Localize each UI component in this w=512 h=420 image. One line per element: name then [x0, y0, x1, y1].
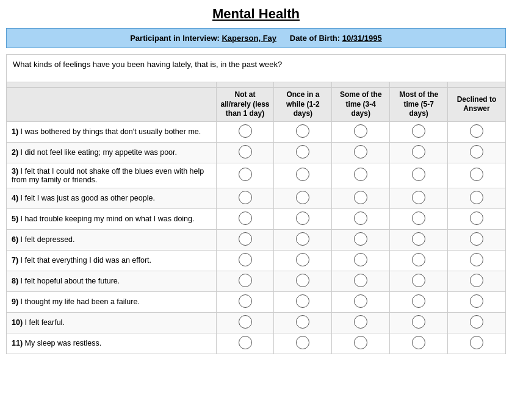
radio-cell-8-4[interactable]	[390, 271, 448, 291]
radio-circle-8-3[interactable]	[354, 274, 367, 287]
radio-cell-10-3[interactable]	[332, 312, 390, 333]
radio-cell-3-5[interactable]	[448, 163, 506, 188]
radio-circle-9-2[interactable]	[296, 294, 309, 308]
radio-cell-1-1[interactable]	[216, 121, 274, 142]
radio-cell-2-2[interactable]	[274, 142, 332, 163]
radio-circle-8-1[interactable]	[239, 274, 252, 287]
radio-cell-8-2[interactable]	[274, 271, 332, 291]
radio-circle-3-1[interactable]	[239, 168, 252, 181]
radio-circle-8-2[interactable]	[296, 274, 309, 287]
radio-circle-5-4[interactable]	[412, 212, 425, 225]
radio-circle-1-4[interactable]	[412, 124, 425, 138]
radio-cell-7-5[interactable]	[448, 250, 506, 271]
radio-cell-2-5[interactable]	[448, 142, 506, 163]
radio-cell-10-1[interactable]	[216, 312, 274, 333]
radio-cell-1-2[interactable]	[274, 121, 332, 142]
radio-circle-4-5[interactable]	[470, 191, 483, 204]
radio-cell-5-3[interactable]	[332, 208, 390, 229]
radio-circle-11-3[interactable]	[354, 336, 367, 349]
radio-cell-5-4[interactable]	[390, 208, 448, 229]
radio-circle-5-3[interactable]	[354, 212, 367, 225]
radio-circle-6-2[interactable]	[296, 232, 309, 246]
radio-circle-1-5[interactable]	[470, 124, 483, 138]
radio-circle-9-5[interactable]	[470, 294, 483, 308]
radio-cell-4-1[interactable]	[216, 188, 274, 208]
radio-cell-2-4[interactable]	[390, 142, 448, 163]
radio-cell-9-3[interactable]	[332, 291, 390, 312]
radio-cell-1-5[interactable]	[448, 121, 506, 142]
radio-cell-10-4[interactable]	[390, 312, 448, 333]
radio-circle-4-2[interactable]	[296, 191, 309, 204]
radio-cell-8-5[interactable]	[448, 271, 506, 291]
radio-cell-6-2[interactable]	[274, 229, 332, 250]
radio-circle-2-5[interactable]	[470, 145, 483, 158]
radio-circle-6-3[interactable]	[354, 232, 367, 246]
radio-circle-10-5[interactable]	[470, 315, 483, 329]
radio-cell-6-1[interactable]	[216, 229, 274, 250]
radio-cell-7-4[interactable]	[390, 250, 448, 271]
radio-cell-3-2[interactable]	[274, 163, 332, 188]
radio-circle-3-5[interactable]	[470, 168, 483, 181]
radio-cell-3-4[interactable]	[390, 163, 448, 188]
radio-circle-6-4[interactable]	[412, 232, 425, 246]
radio-cell-1-3[interactable]	[332, 121, 390, 142]
radio-cell-4-2[interactable]	[274, 188, 332, 208]
radio-cell-5-5[interactable]	[448, 208, 506, 229]
radio-circle-11-2[interactable]	[296, 336, 309, 349]
radio-circle-10-3[interactable]	[354, 315, 367, 329]
radio-circle-9-4[interactable]	[412, 294, 425, 308]
radio-cell-5-1[interactable]	[216, 208, 274, 229]
radio-circle-7-4[interactable]	[412, 253, 425, 266]
radio-circle-3-4[interactable]	[412, 168, 425, 181]
radio-cell-6-5[interactable]	[448, 229, 506, 250]
radio-cell-9-5[interactable]	[448, 291, 506, 312]
radio-cell-4-4[interactable]	[390, 188, 448, 208]
radio-cell-11-5[interactable]	[448, 333, 506, 354]
radio-cell-11-4[interactable]	[390, 333, 448, 354]
radio-circle-10-1[interactable]	[239, 315, 252, 329]
radio-circle-4-3[interactable]	[354, 191, 367, 204]
radio-circle-3-2[interactable]	[296, 168, 309, 181]
radio-circle-2-4[interactable]	[412, 145, 425, 158]
radio-cell-6-3[interactable]	[332, 229, 390, 250]
radio-circle-11-1[interactable]	[239, 336, 252, 349]
radio-cell-9-1[interactable]	[216, 291, 274, 312]
radio-circle-7-2[interactable]	[296, 253, 309, 266]
radio-cell-11-2[interactable]	[274, 333, 332, 354]
radio-circle-7-3[interactable]	[354, 253, 367, 266]
radio-circle-10-2[interactable]	[296, 315, 309, 329]
radio-circle-8-5[interactable]	[470, 274, 483, 287]
radio-circle-9-1[interactable]	[239, 294, 252, 308]
radio-circle-8-4[interactable]	[412, 274, 425, 287]
radio-cell-4-5[interactable]	[448, 188, 506, 208]
radio-circle-7-1[interactable]	[239, 253, 252, 266]
radio-circle-2-1[interactable]	[239, 145, 252, 158]
radio-cell-8-3[interactable]	[332, 271, 390, 291]
radio-circle-11-5[interactable]	[470, 336, 483, 349]
radio-cell-9-4[interactable]	[390, 291, 448, 312]
radio-circle-1-1[interactable]	[239, 124, 252, 138]
radio-cell-11-3[interactable]	[332, 333, 390, 354]
radio-cell-10-2[interactable]	[274, 312, 332, 333]
radio-cell-3-3[interactable]	[332, 163, 390, 188]
radio-cell-5-2[interactable]	[274, 208, 332, 229]
radio-circle-7-5[interactable]	[470, 253, 483, 266]
radio-cell-7-1[interactable]	[216, 250, 274, 271]
radio-circle-2-2[interactable]	[296, 145, 309, 158]
radio-circle-2-3[interactable]	[354, 145, 367, 158]
radio-circle-6-1[interactable]	[239, 232, 252, 246]
radio-cell-3-1[interactable]	[216, 163, 274, 188]
radio-circle-9-3[interactable]	[354, 294, 367, 308]
radio-cell-6-4[interactable]	[390, 229, 448, 250]
radio-circle-1-3[interactable]	[354, 124, 367, 138]
radio-cell-1-4[interactable]	[390, 121, 448, 142]
radio-cell-7-3[interactable]	[332, 250, 390, 271]
radio-cell-2-1[interactable]	[216, 142, 274, 163]
radio-circle-11-4[interactable]	[412, 336, 425, 349]
radio-cell-10-5[interactable]	[448, 312, 506, 333]
radio-circle-1-2[interactable]	[296, 124, 309, 138]
radio-circle-4-4[interactable]	[412, 191, 425, 204]
radio-circle-6-5[interactable]	[470, 232, 483, 246]
radio-circle-5-2[interactable]	[296, 212, 309, 225]
radio-cell-11-1[interactable]	[216, 333, 274, 354]
